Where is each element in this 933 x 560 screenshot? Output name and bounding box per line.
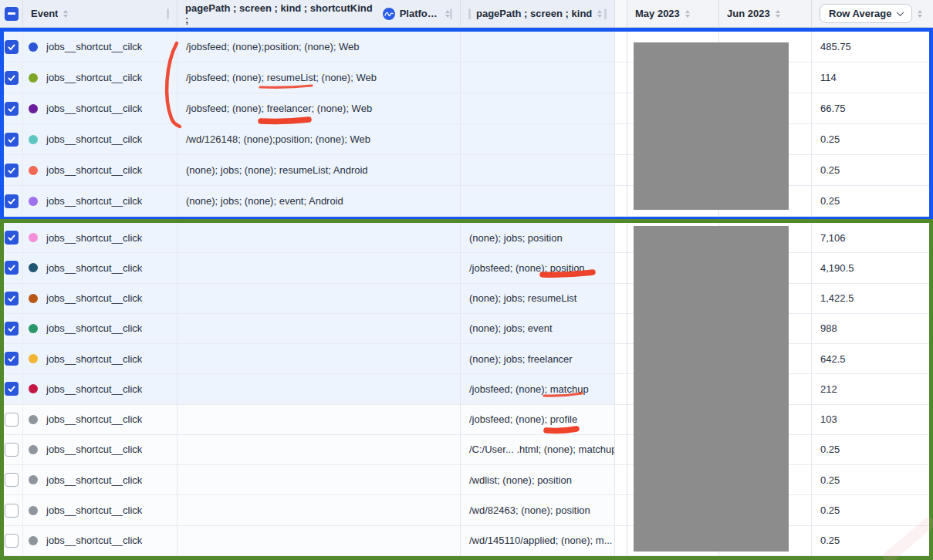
- event-name: jobs__shortcut__click: [46, 353, 142, 365]
- gutter-cell: [615, 344, 627, 374]
- event-name: jobs__shortcut__click: [46, 262, 142, 274]
- jun-2023-cell: [719, 374, 812, 404]
- sort-icon[interactable]: [597, 10, 602, 18]
- gutter-cell: [615, 284, 627, 314]
- row-checkbox[interactable]: [5, 443, 19, 457]
- row-checkbox[interactable]: [5, 40, 19, 54]
- event-name: jobs__shortcut__click: [46, 474, 142, 486]
- series-color-dot: [29, 73, 38, 83]
- may-2023-cell: [627, 124, 719, 155]
- column-resize-handle[interactable]: [468, 8, 471, 19]
- event-group-2-rows: jobs__shortcut__click(none); jobs; posit…: [0, 223, 933, 556]
- may-2023-cell: [627, 405, 719, 435]
- event-cell: jobs__shortcut__cilck: [23, 93, 177, 124]
- select-all-checkbox[interactable]: [5, 7, 19, 21]
- params-kind-cell: (none); jobs; event: [461, 314, 615, 344]
- row-checkbox-cell: [0, 253, 23, 283]
- row-checkbox-cell: [0, 526, 23, 556]
- params-kind-cell: [461, 124, 615, 155]
- event-cell: jobs__shortcut__click: [23, 314, 177, 344]
- params-platform-cell: [177, 223, 461, 253]
- table-row: jobs__shortcut__cilck/jobsfeed; (none); …: [0, 93, 933, 124]
- column-resize-handle[interactable]: [167, 8, 169, 19]
- jun-2023-cell: [719, 465, 812, 495]
- row-checkbox[interactable]: [5, 231, 19, 245]
- header-may-2023: May 2023: [627, 0, 719, 28]
- column-resize-handle[interactable]: [450, 8, 452, 19]
- sort-icon[interactable]: [776, 10, 780, 18]
- sort-icon[interactable]: [685, 10, 690, 18]
- series-color-dot: [29, 384, 38, 393]
- params-kind-cell: [461, 62, 615, 93]
- row-checkbox[interactable]: [5, 534, 19, 548]
- may-2023-cell: [627, 314, 719, 344]
- series-color-dot: [29, 166, 38, 175]
- row-checkbox[interactable]: [5, 133, 19, 147]
- table-row: jobs__shortcut__cilck/jobsfeed; (none); …: [0, 62, 933, 93]
- event-name: jobs__shortcut__click: [46, 322, 142, 334]
- params-platform-cell: [177, 314, 461, 344]
- params-kind-cell: /jobsfeed; (none); profile: [461, 405, 615, 435]
- header-jun-label: Jun 2023: [727, 8, 770, 19]
- may-2023-cell: [627, 465, 719, 495]
- may-2023-cell: [627, 374, 719, 404]
- gutter-cell: [615, 223, 627, 253]
- table-row: jobs__shortcut__click(none); jobs; freel…: [0, 344, 933, 374]
- row-average-value: 0.25: [812, 526, 933, 556]
- series-color-dot: [29, 415, 38, 424]
- row-checkbox[interactable]: [5, 194, 19, 208]
- may-2023-cell: [627, 253, 719, 283]
- series-color-dot: [29, 536, 38, 545]
- may-2023-cell: [627, 32, 719, 62]
- row-checkbox[interactable]: [5, 382, 19, 396]
- gutter-cell: [615, 465, 627, 495]
- event-cell: jobs__shortcut__cilck: [23, 124, 177, 155]
- params-platform-cell: (none); jobs; (none); resumeList; Androi…: [177, 155, 461, 186]
- event-name: jobs__shortcut__click: [46, 504, 142, 516]
- params-kind-cell: /jobsfeed; (none); matchup: [461, 374, 615, 404]
- table-row: jobs__shortcut__cilck(none); jobs; (none…: [0, 155, 933, 186]
- row-checkbox[interactable]: [5, 292, 19, 305]
- row-average-dropdown[interactable]: Row Average: [820, 4, 912, 23]
- row-checkbox-cell: [0, 344, 23, 374]
- event-name: jobs__shortcut__cilck: [46, 72, 142, 83]
- params-kind-cell: /C:/User... .html; (none); matchup: [461, 435, 615, 465]
- jun-2023-cell: [719, 495, 812, 525]
- gutter-cell: [615, 253, 627, 283]
- row-checkbox[interactable]: [5, 504, 19, 518]
- may-2023-cell: [627, 223, 719, 253]
- may-2023-cell: [627, 155, 719, 186]
- row-checkbox-cell: [0, 186, 23, 217]
- params-platform-cell: [177, 495, 461, 525]
- header-params-platform-label: pagePath ; screen ; kind ; shortcutKind …: [185, 2, 377, 25]
- event-cell: jobs__shortcut__click: [23, 495, 177, 525]
- row-checkbox[interactable]: [5, 102, 19, 116]
- may-2023-cell: [627, 495, 719, 525]
- table-row: jobs__shortcut__click/wdlist; (none); po…: [0, 465, 933, 495]
- params-platform-cell: [177, 465, 461, 495]
- table-row: jobs__shortcut__click/jobsfeed; (none); …: [0, 374, 933, 404]
- row-checkbox[interactable]: [5, 322, 19, 336]
- params-platform-cell: [177, 405, 461, 435]
- params-kind-cell: [461, 186, 615, 217]
- table-row: jobs__shortcut__click(none); jobs; posit…: [0, 223, 933, 253]
- row-checkbox[interactable]: [5, 352, 19, 366]
- series-color-dot: [29, 104, 38, 113]
- row-checkbox[interactable]: [5, 413, 19, 427]
- column-resize-handle[interactable]: [604, 8, 607, 19]
- row-checkbox-cell: [0, 405, 23, 435]
- jun-2023-cell: [719, 314, 812, 344]
- sort-icon[interactable]: [918, 10, 922, 18]
- params-platform-cell: /jobsfeed; (none); freelancer; (none); W…: [177, 93, 461, 124]
- metrics-breakdown-table: Event pagePath ; screen ; kind ; shortcu…: [0, 0, 933, 560]
- event-name: jobs__shortcut__cilck: [46, 133, 142, 145]
- row-checkbox[interactable]: [5, 164, 19, 177]
- event-cell: jobs__shortcut__click: [23, 526, 177, 556]
- event-cell: jobs__shortcut__click: [23, 465, 177, 495]
- sort-icon[interactable]: [63, 10, 68, 18]
- row-average-value: 0.25: [812, 495, 933, 525]
- row-checkbox[interactable]: [5, 71, 19, 85]
- chevron-down-icon: [897, 8, 904, 16]
- row-checkbox[interactable]: [5, 473, 19, 487]
- row-checkbox[interactable]: [5, 261, 19, 275]
